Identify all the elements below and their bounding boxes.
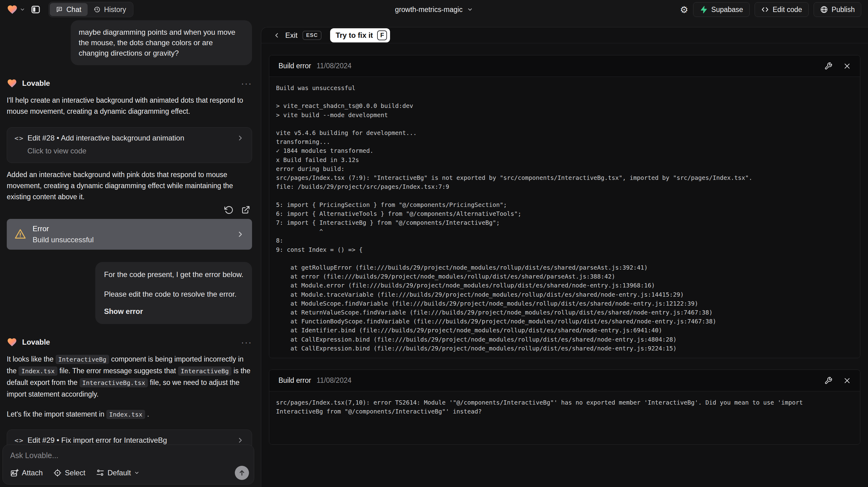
project-switcher[interactable]: growth-metrics-magic	[395, 5, 473, 14]
message-menu-button[interactable]: ···	[241, 339, 252, 345]
publish-label: Publish	[832, 5, 855, 14]
history-clock-icon	[94, 6, 100, 13]
chevron-right-icon	[236, 230, 245, 239]
attach-label: Attach	[22, 468, 43, 477]
close-panel-button[interactable]	[843, 377, 851, 384]
close-icon	[843, 62, 851, 70]
mode-label: Default	[107, 468, 131, 477]
assistant-name: Lovable	[22, 79, 50, 88]
error-overlay-toolbar: Exit ESC Try to fix it F	[261, 27, 868, 43]
tab-chat[interactable]: Chat	[50, 3, 88, 16]
chat-history-tabs: Chat History	[49, 2, 133, 17]
image-plus-icon	[10, 468, 19, 477]
esc-key-badge: ESC	[303, 31, 321, 40]
arrow-up-icon	[238, 469, 246, 477]
try-to-fix-button[interactable]: Try to fix it F	[330, 28, 390, 42]
composer-toolbar: Attach Select Default	[10, 466, 249, 480]
assistant-fix-line: Let's fix the import statement in Index.…	[7, 408, 252, 420]
build-log: src/pages/Index.tsx(7,10): error TS2614:…	[269, 391, 860, 444]
error-panel-date: 11/08/2024	[317, 62, 351, 70]
wrench-icon	[824, 377, 832, 385]
user-message-text: Please edit the code to resolve the erro…	[104, 289, 243, 300]
message-action-row	[7, 205, 252, 215]
send-button[interactable]	[235, 466, 249, 480]
tab-history[interactable]: History	[88, 3, 132, 16]
supabase-button[interactable]: Supabase	[693, 2, 750, 17]
close-panel-button[interactable]	[843, 62, 851, 70]
tab-chat-label: Chat	[66, 5, 82, 14]
lovable-heart-icon	[7, 78, 17, 89]
fix-with-ai-button[interactable]	[824, 62, 832, 70]
restore-button[interactable]	[224, 205, 234, 215]
supabase-bolt-icon	[700, 5, 708, 13]
exit-label: Exit	[285, 31, 298, 40]
edit-card-title: Edit #29 • Fix import error for Interact…	[28, 436, 167, 445]
try-to-fix-label: Try to fix it	[336, 31, 373, 40]
attach-button[interactable]: Attach	[10, 468, 43, 477]
close-icon	[843, 377, 851, 384]
user-message-text: For the code present, I get the error be…	[104, 269, 243, 280]
chat-message-list[interactable]: maybe diagramming points and when you mo…	[0, 19, 261, 465]
open-preview-button[interactable]	[241, 205, 250, 215]
settings-button[interactable]: ⚙	[680, 4, 688, 15]
user-message-text: maybe diagramming points and when you mo…	[79, 27, 244, 58]
gear-icon: ⚙	[680, 4, 688, 15]
toggle-sidebar-button[interactable]	[31, 5, 40, 14]
tab-history-label: History	[104, 5, 126, 14]
mode-selector-button[interactable]: Default	[96, 468, 140, 477]
code-brackets-icon: <>	[14, 134, 24, 142]
lovable-logo-menu[interactable]	[7, 4, 25, 15]
status-title: Error	[33, 224, 94, 233]
chat-input[interactable]	[10, 451, 247, 464]
assistant-intro-text: I'll help create an interactive backgrou…	[7, 95, 252, 117]
assistant-summary-text: Added an interactive background with pin…	[7, 169, 252, 202]
wrench-icon	[824, 62, 832, 70]
error-panel-date: 11/08/2024	[317, 376, 351, 385]
status-subtitle: Build unsuccessful	[33, 236, 94, 244]
select-button[interactable]: Select	[53, 468, 86, 477]
error-panel-header: Build error 11/08/2024	[269, 370, 860, 391]
build-error-panel-1: Build error 11/08/2024 Build was un	[269, 55, 860, 358]
user-message: For the code present, I get the error be…	[95, 262, 252, 324]
exit-button[interactable]: Exit ESC	[273, 31, 321, 40]
select-label: Select	[65, 468, 86, 477]
f-key-badge: F	[377, 30, 387, 40]
chat-composer: Attach Select Default	[2, 445, 254, 485]
edit-card-subtitle: Click to view code	[27, 147, 244, 155]
fix-with-ai-button[interactable]	[824, 377, 832, 385]
code-brackets-icon	[761, 5, 769, 13]
assistant-message-header: Lovable ···	[7, 78, 252, 89]
edit-card-title: Edit #28 • Add interactive background an…	[28, 134, 184, 142]
build-error-panel-2: Build error 11/08/2024 src/pages/In	[269, 370, 860, 445]
top-bar: Chat History growth-metrics-magic ⚙ Supa…	[0, 0, 868, 19]
show-error-link[interactable]: Show error	[104, 306, 243, 317]
chat-bubble-icon	[56, 6, 63, 13]
edit-code-label: Edit code	[773, 5, 802, 14]
error-panel-title: Build error	[278, 62, 311, 70]
build-log: Build was unsuccessful > vite_react_shad…	[269, 77, 860, 358]
chat-panel: maybe diagramming points and when you mo…	[0, 19, 261, 487]
edit-code-button[interactable]: Edit code	[754, 2, 809, 17]
supabase-label: Supabase	[711, 5, 743, 14]
assistant-message-header: Lovable ···	[7, 337, 252, 347]
chevron-right-icon	[236, 436, 244, 444]
project-name: growth-metrics-magic	[395, 5, 463, 14]
publish-button[interactable]: Publish	[814, 2, 861, 17]
chevron-down-icon	[134, 470, 140, 476]
build-error-status-card[interactable]: Error Build unsuccessful	[7, 219, 252, 250]
edit-card-28[interactable]: <> Edit #28 • Add interactive background…	[7, 127, 252, 163]
panel-left-icon	[31, 5, 40, 14]
rotate-ccw-icon	[224, 205, 234, 215]
sliders-icon	[96, 468, 104, 477]
lovable-heart-icon	[7, 4, 18, 15]
assistant-name: Lovable	[22, 338, 50, 346]
warning-triangle-icon	[14, 228, 26, 240]
code-brackets-icon: <>	[14, 436, 24, 444]
lovable-heart-icon	[7, 337, 17, 347]
workspace-panel: Exit ESC Try to fix it F Build error 11/…	[261, 27, 868, 487]
chevron-right-icon	[236, 134, 244, 142]
error-overlay-body: Build error 11/08/2024 Build was un	[261, 43, 868, 445]
error-panel-title: Build error	[278, 376, 311, 385]
message-menu-button[interactable]: ···	[241, 80, 252, 86]
user-message: maybe diagramming points and when you mo…	[71, 20, 252, 65]
